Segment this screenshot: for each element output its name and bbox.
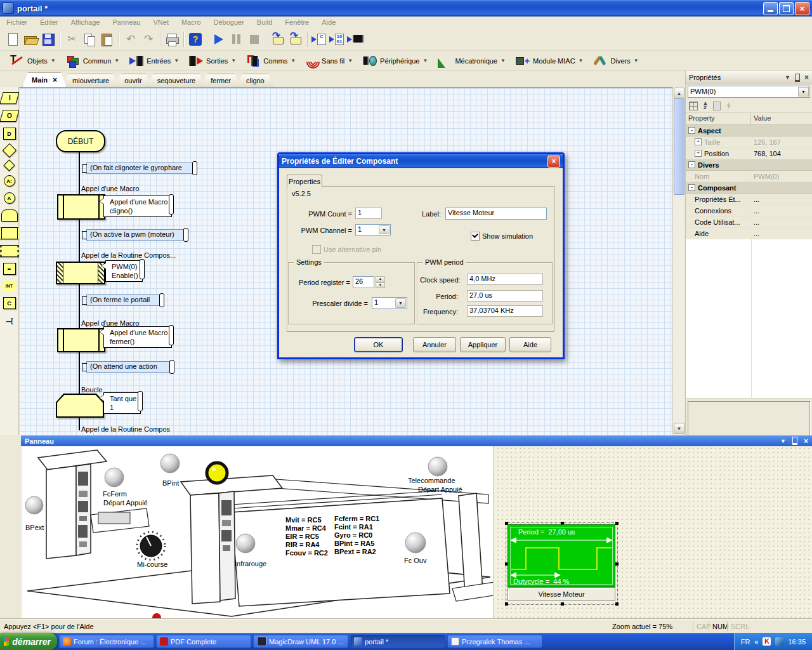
calculation-shape-tool[interactable]: = [3,263,16,275]
tab-fermer[interactable]: fermer [201,74,240,87]
period-register-spinner[interactable]: ▲▼ [376,276,385,288]
dialog-tab-properties[interactable]: Properties [287,175,322,187]
property-page-icon[interactable] [713,102,721,110]
dialog-close-button[interactable]: × [547,156,560,168]
step-over-button[interactable]: ↷ [287,30,304,48]
property-group-divers[interactable]: -Divers [686,159,812,171]
tab-ouvrir[interactable]: ouvrir [115,74,152,87]
flow-component-macro-node[interactable] [56,262,105,284]
property-row-taille[interactable]: +Taille126, 167 [686,136,812,148]
output-shape-tool[interactable]: O [0,110,19,122]
panel-menu-icon[interactable]: ▼ [785,74,790,81]
cut-button[interactable]: ✂ [63,30,81,48]
copy-button[interactable] [81,30,98,48]
start-button[interactable]: démarrer [0,633,57,650]
antivirus-icon[interactable]: K [763,637,771,646]
tab-seqouveture[interactable]: seqouveture [148,74,206,87]
canvas-vertical-scrollbar[interactable]: ▲ ▼ [672,87,684,435]
combo-dropdown-icon[interactable]: ▼ [379,225,390,234]
property-group-aspect[interactable]: -Aspect [686,125,812,136]
component-menu-peripherique[interactable]: Périphérique▼ [359,53,431,69]
tab-cligno[interactable]: cligno [237,74,274,87]
pause-button[interactable] [228,30,246,48]
spin-down-icon[interactable]: ▼ [376,282,385,289]
scroll-up-icon[interactable]: ▲ [674,88,684,99]
flow-comment[interactable]: (On active la pwm (moteur) [86,229,187,241]
component-menu-miac[interactable]: + Module MIAC▼ [512,53,587,69]
network-icon[interactable] [775,637,783,646]
flow-comment[interactable]: (On ferme le portail [86,295,162,306]
period-register-field[interactable]: 26 [353,276,374,288]
open-button[interactable] [22,30,39,48]
dialog-title-bar[interactable]: Propriétés de Éditer Composant × [279,154,563,168]
events-icon[interactable] [726,102,731,110]
menu-affichage[interactable]: Affichage [65,18,107,26]
compile-to-hex-button[interactable]: 1001 [328,30,346,48]
tab-main[interactable]: Main× [22,72,67,87]
component-menu-sansfil[interactable]: Sans fil▼ [302,53,357,69]
c-code-shape-tool[interactable]: C [3,297,16,309]
minimize-button[interactable] [763,2,778,15]
menu-fichier[interactable]: Fichier [0,18,34,26]
print-button[interactable] [163,30,181,48]
interrupt-shape-tool[interactable]: INT [2,281,17,291]
taskbar-item-magicdraw[interactable]: MagicDraw UML 17.0 ... [253,635,348,648]
bpext-button[interactable] [25,496,43,514]
cancel-button[interactable]: Annuler [413,337,456,352]
switch-shape-tool[interactable] [3,159,15,171]
language-indicator[interactable]: FR [741,638,750,646]
fcouv-button[interactable] [405,533,426,553]
property-row-code[interactable]: Code Utilisat...... [686,216,812,228]
goto-connection-tool[interactable]: A [4,192,15,204]
menu-panneau[interactable]: Panneau [106,18,147,26]
restore-button[interactable] [779,2,794,15]
flow-macro-node[interactable] [57,194,105,220]
property-row-aide[interactable]: Aide... [686,228,812,239]
sort-az-icon[interactable]: AZ [704,102,707,110]
panel-menu-icon[interactable]: ▼ [780,438,786,444]
property-group-composant[interactable]: -Composant [686,182,812,194]
component-menu-objets[interactable]: T Objets▼ [6,53,60,69]
comment-shape-tool[interactable]: ---[ [2,315,17,326]
property-row-connexions[interactable]: Connexions... [686,205,812,216]
tray-chevron-icon[interactable]: « [754,638,758,646]
property-column-header[interactable]: Property [686,113,751,124]
flow-comment[interactable]: (On fait clignoter le gyrophare [86,162,195,174]
redo-button[interactable]: ↷ [140,30,157,48]
flow-loop-note[interactable]: Tant que1 [103,392,141,414]
close-button[interactable]: × [795,2,809,15]
combo-dropdown-icon[interactable]: ▼ [395,298,406,308]
scroll-down-icon[interactable]: ▼ [674,423,684,434]
component-menu-comms[interactable]: Comms▼ [242,53,299,69]
component-macro-tool[interactable] [0,245,20,257]
taskbar-item-portail[interactable]: portail * [350,635,445,648]
flow-macro-note[interactable]: Appel d'une Macrofermer() [103,326,172,348]
flow-component-macro-note[interactable]: PWM(0)Enable() [105,260,143,282]
pwm-scope-display[interactable]: Period = 27,00 us Dutycycle = 44 % [508,524,615,587]
help-dialog-button[interactable]: Aide [509,337,551,352]
menu-vnet[interactable]: VNet [147,18,174,26]
fcferm-button[interactable] [105,468,124,487]
paste-button[interactable] [98,30,116,48]
new-button[interactable] [4,30,22,48]
selector-dropdown-icon[interactable]: ▼ [798,87,809,96]
component-selector[interactable]: PWM(0) ▼ [688,86,810,98]
property-row-position[interactable]: +Position768, 104 [686,148,812,159]
flow-loop-node[interactable] [56,394,104,418]
help-button[interactable]: ? [187,30,204,48]
stop-button[interactable] [246,30,263,48]
component-menu-sorties[interactable]: Sorties▼ [185,53,240,69]
spin-up-icon[interactable]: ▲ [376,276,385,282]
save-button[interactable] [39,30,57,48]
property-row-proprietes[interactable]: Propriétés Ét...... [686,194,812,205]
program-chip-button[interactable] [346,30,363,48]
panel-close-icon[interactable]: × [804,73,809,82]
taskbar-item-forum[interactable]: Forum : Électronique ... [59,635,154,648]
scrollbar-thumb[interactable] [674,98,684,195]
flow-macro-note[interactable]: Appel d'une Macrocligno() [103,196,172,217]
menu-deboguer[interactable]: Déboguer [207,18,251,26]
apply-button[interactable]: Appliquer [460,337,506,352]
telecommande-button[interactable] [428,457,447,476]
input-shape-tool[interactable]: I [0,92,19,104]
macro-shape-tool[interactable] [0,227,20,239]
